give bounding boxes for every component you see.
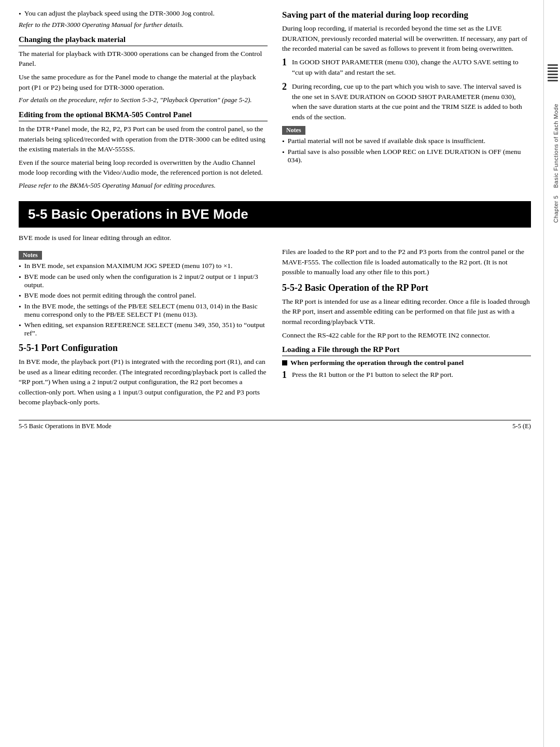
top-bullet: • You can adjust the playback speed usin…	[19, 9, 268, 18]
footer: 5-5 Basic Operations in BVE Mode 5-5 (E)	[19, 420, 531, 430]
page: Chapter 5 Basic Functions of Each Mode •…	[0, 0, 560, 747]
black-square-icon	[282, 360, 287, 365]
section552-p1: The RP port is intended for use as a lin…	[282, 297, 531, 327]
section552-p2: Connect the RS-422 cable for the RP port…	[282, 330, 531, 341]
bullet-dot: •	[19, 262, 21, 271]
bullet-dot: •	[19, 10, 21, 18]
section1-p2: Use the same procedure as for the Panel …	[19, 72, 268, 92]
top-bullet-text: You can adjust the playback speed using …	[24, 9, 215, 18]
bve-note3-text: BVE mode does not permit editing through…	[24, 291, 196, 300]
bve-note1-text: In BVE mode, set expansion MAXIMUM JOG S…	[24, 262, 233, 270]
bottom-section: Notes • In BVE mode, set expansion MAXIM…	[19, 247, 531, 411]
side-tab-line	[548, 77, 558, 78]
side-tab-text: Chapter 5 Basic Functions of Each Mode	[553, 104, 559, 223]
bve-note2-text: BVE mode can be used only when the confi…	[24, 273, 268, 289]
left-col-bottom: Notes • In BVE mode, set expansion MAXIM…	[19, 247, 268, 411]
rp-step1-text: Press the R1 button or the P1 button to …	[292, 370, 531, 380]
top-italic: Refer to the DTR-3000 Operating Manual f…	[19, 20, 268, 30]
footer-right: 5-5 (E)	[512, 422, 531, 430]
step1-num: 1	[282, 57, 287, 68]
section2-title: Editing from the optional BKMA-505 Contr…	[19, 110, 268, 121]
side-tab-line	[548, 67, 558, 69]
bullet-dot: •	[19, 303, 21, 311]
section1-p1: The material for playback with DTR-3000 …	[19, 49, 268, 69]
right-col-top: Saving part of the material during loop …	[282, 9, 531, 195]
bve-note2: • BVE mode can be used only when the con…	[19, 273, 268, 289]
loading-title: Loading a File through the RP Port	[282, 345, 531, 356]
notes-section-bottom: Notes • In BVE mode, set expansion MAXIM…	[19, 251, 268, 337]
note1-text: Partial material will not be saved if av…	[288, 137, 485, 145]
chapter-intro: BVE mode is used for linear editing thro…	[19, 233, 531, 243]
bullet-dot: •	[282, 137, 285, 146]
chapter-label: Chapter 5	[553, 195, 559, 223]
bve-note3: • BVE mode does not permit editing throu…	[19, 291, 268, 300]
side-tab-line	[548, 64, 558, 66]
section1-italic: For details on the procedure, refer to S…	[19, 95, 268, 105]
footer-left: 5-5 Basic Operations in BVE Mode	[19, 422, 111, 430]
step2-text: During recording, cue up to the part whi…	[292, 81, 531, 122]
top-section: • You can adjust the playback speed usin…	[19, 9, 531, 195]
bve-note1: • In BVE mode, set expansion MAXIMUM JOG…	[19, 262, 268, 271]
note2-text: Partial save is also possible when LOOP …	[288, 148, 531, 164]
note1: • Partial material will not be saved if …	[282, 137, 531, 146]
section552-title: 5-5-2 Basic Operation of the RP Port	[282, 283, 531, 293]
step1-text: In GOOD SHOT PARAMETER (menu 030), chang…	[292, 57, 531, 77]
step2: 2 During recording, cue up to the part w…	[282, 81, 531, 122]
saving-p1: During loop recording, if material is re…	[282, 23, 531, 54]
section2-p1: In the DTR+Panel mode, the R2, P2, P3 Po…	[19, 124, 268, 154]
section2-italic: Please refer to the BKMA-505 Operating M…	[19, 181, 268, 191]
bve-note4: • In the BVE mode, the settings of the P…	[19, 302, 268, 319]
control-panel-heading-text: When performing the operation through th…	[290, 359, 464, 367]
notes-label-top: Notes	[282, 126, 305, 135]
bullet-dot: •	[19, 321, 21, 330]
bullet-dot: •	[19, 273, 21, 281]
bullet-dot: •	[282, 148, 285, 157]
chapter-desc: Basic Functions of Each Mode	[553, 104, 559, 188]
chapter-heading: 5-5 Basic Operations in BVE Mode	[19, 201, 531, 228]
section1-title: Changing the playback material	[19, 35, 268, 46]
step1: 1 In GOOD SHOT PARAMETER (menu 030), cha…	[282, 57, 531, 77]
rp-step1-num: 1	[282, 370, 287, 381]
right-col-bottom: Files are loaded to the RP port and to t…	[282, 247, 531, 411]
main-content: • You can adjust the playback speed usin…	[0, 0, 543, 747]
side-tab-line	[548, 74, 558, 75]
bve-note5-text: When editing, set expansion REFERENCE SE…	[24, 321, 268, 337]
side-tab-line	[548, 80, 558, 81]
step2-num: 2	[282, 81, 287, 93]
bottom-right-p1: Files are loaded to the RP port and to t…	[282, 247, 531, 277]
bullet-dot: •	[19, 292, 21, 300]
notes-section-top: Notes • Partial material will not be sav…	[282, 126, 531, 164]
section551-p1: In BVE mode, the playback port (P1) is i…	[19, 357, 268, 407]
bve-note4-text: In the BVE mode, the settings of the PB/…	[24, 302, 268, 319]
left-col-top: • You can adjust the playback speed usin…	[19, 9, 268, 195]
control-panel-heading: When performing the operation through th…	[282, 359, 531, 367]
section2-p2: Even if the source material being loop r…	[19, 158, 268, 178]
side-tab: Chapter 5 Basic Functions of Each Mode	[543, 0, 560, 747]
section551-title: 5-5-1 Port Configuration	[19, 343, 268, 354]
rp-step1: 1 Press the R1 button or the P1 button t…	[282, 370, 531, 381]
saving-heading: Saving part of the material during loop …	[282, 9, 531, 20]
side-tab-line	[548, 71, 558, 72]
side-tab-lines	[545, 62, 560, 83]
note2: • Partial save is also possible when LOO…	[282, 148, 531, 164]
notes-label-bottom: Notes	[19, 251, 42, 260]
bve-note5: • When editing, set expansion REFERENCE …	[19, 321, 268, 337]
